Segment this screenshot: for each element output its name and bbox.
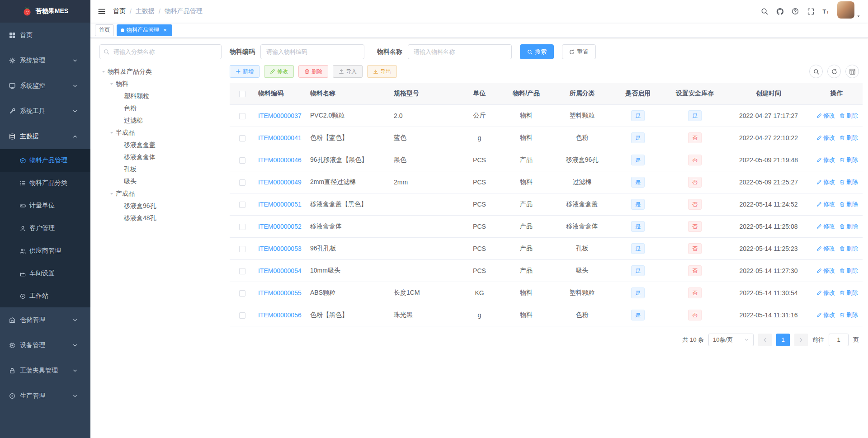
reset-button[interactable]: 重置 <box>562 44 596 59</box>
sidebar-item[interactable]: 系统管理 <box>0 48 90 73</box>
edit-row-button[interactable]: 修改 <box>816 289 835 297</box>
sidebar-item[interactable]: 工装夹具管理 <box>0 358 90 383</box>
tree-node[interactable]: 过滤棉 <box>99 114 222 127</box>
material-code-link[interactable]: ITEM00000049 <box>258 179 302 186</box>
page-size-select[interactable]: 10条/页 <box>708 334 754 346</box>
edit-row-button[interactable]: 修改 <box>816 311 835 319</box>
column-header[interactable]: 单位 <box>458 83 501 104</box>
edit-row-button[interactable]: 修改 <box>816 178 835 186</box>
row-checkbox[interactable] <box>239 135 245 141</box>
name-filter-input[interactable] <box>408 44 512 59</box>
edit-row-button[interactable]: 修改 <box>816 200 835 208</box>
edit-row-button[interactable]: 修改 <box>816 134 835 142</box>
material-code-link[interactable]: ITEM00000055 <box>258 289 302 297</box>
row-checkbox[interactable] <box>239 113 245 119</box>
next-page-button[interactable] <box>794 334 808 346</box>
tree-expand-icon[interactable] <box>108 191 116 197</box>
delete-row-button[interactable]: 删除 <box>840 134 858 142</box>
sidebar-subitem[interactable]: 客户管理 <box>0 217 90 240</box>
column-settings-button[interactable] <box>845 65 859 78</box>
tree-node[interactable]: 移液盒48孔 <box>99 212 222 224</box>
tree-node[interactable]: 色粉 <box>99 102 222 114</box>
tree-node[interactable]: 物料及产品分类 <box>99 66 222 78</box>
row-checkbox[interactable] <box>239 157 245 164</box>
sidebar-item[interactable]: 仓储管理 <box>0 307 90 333</box>
row-checkbox[interactable] <box>239 268 245 274</box>
column-header[interactable]: 设置安全库存 <box>663 83 726 104</box>
fullscreen-icon[interactable] <box>803 0 818 23</box>
sidebar-subitem[interactable]: 工作站 <box>0 285 90 307</box>
row-checkbox[interactable] <box>239 290 245 297</box>
select-all-checkbox[interactable] <box>239 91 245 97</box>
font-size-icon[interactable]: TT <box>818 0 834 23</box>
sidebar-toggle-button[interactable] <box>90 0 113 23</box>
github-icon[interactable] <box>772 0 788 23</box>
material-code-link[interactable]: ITEM00000046 <box>258 156 302 164</box>
app-logo[interactable]: 苦糖果MES <box>0 0 90 23</box>
search-icon[interactable] <box>757 0 772 23</box>
sidebar-item[interactable]: 生产管理 <box>0 383 90 409</box>
material-code-link[interactable]: ITEM00000051 <box>258 201 302 208</box>
row-checkbox[interactable] <box>239 246 245 252</box>
user-menu[interactable] <box>834 1 863 21</box>
delete-row-button[interactable]: 删除 <box>840 200 858 208</box>
tree-node[interactable]: 产成品 <box>99 188 222 200</box>
sidebar-subitem[interactable]: 供应商管理 <box>0 240 90 262</box>
edit-row-button[interactable]: 修改 <box>816 156 835 164</box>
sidebar-subitem[interactable]: 物料产品分类 <box>0 172 90 194</box>
help-icon[interactable] <box>788 0 803 23</box>
tree-expand-icon[interactable] <box>108 130 116 136</box>
sidebar-subitem[interactable]: 车间设置 <box>0 262 90 285</box>
toggle-search-button[interactable] <box>809 65 823 78</box>
export-button[interactable]: 导出 <box>367 65 397 78</box>
material-code-link[interactable]: ITEM00000053 <box>258 245 302 252</box>
sidebar-subitem[interactable]: 计量单位 <box>0 194 90 217</box>
row-checkbox[interactable] <box>239 224 245 230</box>
delete-row-button[interactable]: 删除 <box>840 178 858 186</box>
close-icon[interactable]: × <box>162 27 168 33</box>
tree-node[interactable]: 塑料颗粒 <box>99 90 222 102</box>
sidebar-item[interactable]: 首页 <box>0 23 90 48</box>
tree-node[interactable]: 孔板 <box>99 163 222 175</box>
edit-row-button[interactable]: 修改 <box>816 222 835 231</box>
edit-row-button[interactable]: 修改 <box>816 112 835 120</box>
material-code-link[interactable]: ITEM00000052 <box>258 223 302 230</box>
tree-node[interactable]: 吸头 <box>99 175 222 188</box>
goto-page-input[interactable] <box>829 334 849 346</box>
delete-row-button[interactable]: 删除 <box>840 112 858 120</box>
material-code-link[interactable]: ITEM00000054 <box>258 267 302 274</box>
import-button[interactable]: 导入 <box>333 65 363 78</box>
sidebar-item[interactable]: 主数据 <box>0 124 90 149</box>
sidebar-item[interactable]: 设备管理 <box>0 333 90 358</box>
column-header[interactable]: 操作 <box>811 83 863 104</box>
row-checkbox[interactable] <box>239 202 245 208</box>
delete-row-button[interactable]: 删除 <box>840 311 858 319</box>
tree-expand-icon[interactable] <box>108 81 116 87</box>
edit-row-button[interactable]: 修改 <box>816 267 835 275</box>
sidebar-item[interactable]: 系统监控 <box>0 73 90 99</box>
column-header[interactable]: 创建时间 <box>726 83 811 104</box>
refresh-table-button[interactable] <box>827 65 841 78</box>
material-code-link[interactable]: ITEM00000037 <box>258 112 302 119</box>
prev-page-button[interactable] <box>758 334 772 346</box>
column-header[interactable]: 所属分类 <box>552 83 613 104</box>
search-button[interactable]: 搜索 <box>520 44 554 59</box>
delete-row-button[interactable]: 删除 <box>840 245 858 253</box>
page-number-button[interactable]: 1 <box>776 334 790 346</box>
add-button[interactable]: 新增 <box>230 65 259 78</box>
sidebar-item[interactable]: 系统工具 <box>0 99 90 124</box>
tree-node[interactable]: 移液盒盒盖 <box>99 139 222 151</box>
delete-row-button[interactable]: 删除 <box>840 267 858 275</box>
sidebar-subitem[interactable]: 物料产品管理 <box>0 149 90 172</box>
delete-button[interactable]: 删除 <box>298 65 328 78</box>
column-header[interactable]: 规格型号 <box>390 83 458 104</box>
delete-row-button[interactable]: 删除 <box>840 156 858 164</box>
material-code-link[interactable]: ITEM00000056 <box>258 311 302 319</box>
delete-row-button[interactable]: 删除 <box>840 289 858 297</box>
row-checkbox[interactable] <box>239 312 245 319</box>
column-header[interactable]: 物料/产品 <box>501 83 552 104</box>
tree-node[interactable]: 移液盒96孔 <box>99 200 222 212</box>
tree-expand-icon[interactable] <box>99 69 108 75</box>
tree-node[interactable]: 半成品 <box>99 127 222 139</box>
edit-row-button[interactable]: 修改 <box>816 245 835 253</box>
